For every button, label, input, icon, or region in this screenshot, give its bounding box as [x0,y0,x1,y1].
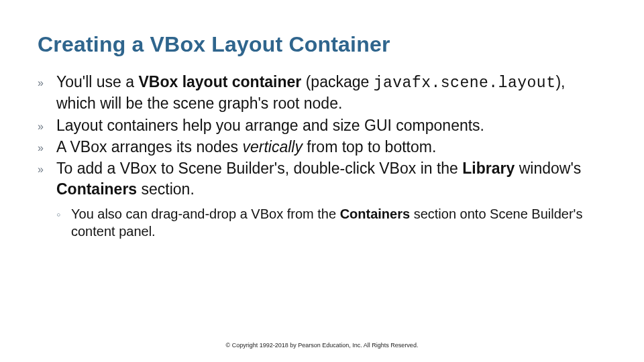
slide: Creating a VBox Layout Container » You'l… [0,0,644,362]
bullet-text: A VBox arranges its nodes vertically fro… [56,137,606,157]
slide-title: Creating a VBox Layout Container [38,32,606,57]
bullet-glyph-icon: » [38,137,56,155]
sub-bullet-glyph-icon: ◦ [56,206,71,223]
bullet-glyph-icon: » [38,72,56,90]
bullet-glyph-icon: » [38,115,56,133]
bullet-glyph-icon: » [38,158,56,176]
bullet-item: » A VBox arranges its nodes vertically f… [38,137,606,157]
bullet-text: To add a VBox to Scene Builder's, double… [56,158,606,199]
sub-bullet-text: You also can drag-and-drop a VBox from t… [71,206,606,240]
sub-bullet-item: ◦ You also can drag-and-drop a VBox from… [38,206,606,240]
bullet-item: » Layout containers help you arrange and… [38,115,606,135]
bullet-text: You'll use a VBox layout container (pack… [56,72,606,114]
bullet-item: » To add a VBox to Scene Builder's, doub… [38,158,606,199]
copyright-footer: © Copyright 1992-2018 by Pearson Educati… [0,342,644,349]
bullet-item: » You'll use a VBox layout container (pa… [38,72,606,114]
bullet-text: Layout containers help you arrange and s… [56,115,606,135]
bullet-list: » You'll use a VBox layout container (pa… [38,72,606,240]
